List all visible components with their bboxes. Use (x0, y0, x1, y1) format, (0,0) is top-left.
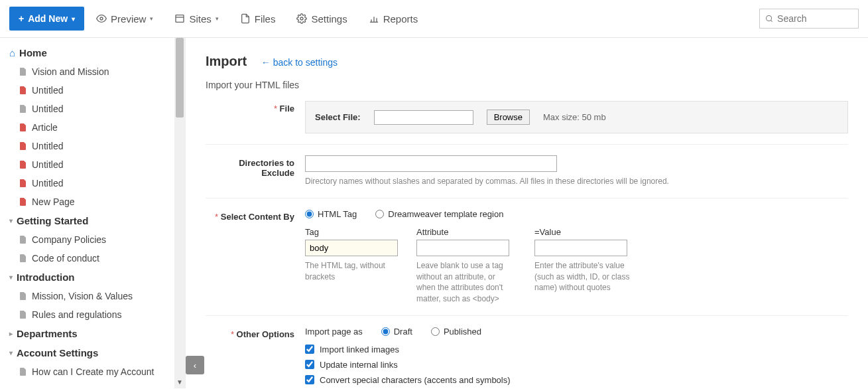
chevron-down-icon: ▾ (9, 349, 13, 356)
preview-label: Preview (111, 13, 146, 25)
sidebar-account-settings[interactable]: ▾ Account Settings (0, 343, 174, 362)
files-label: Files (255, 13, 276, 25)
sidebar-scrollbar[interactable]: ▼ (174, 38, 185, 388)
sidebar-item[interactable]: How can I Create my Account (0, 362, 174, 381)
chk-internal-links[interactable] (305, 360, 314, 369)
sidebar-item[interactable]: Mission, Vision & Values (0, 287, 174, 305)
search-input[interactable] (777, 13, 853, 24)
settings-button[interactable]: Settings (287, 8, 356, 30)
sidebar-item[interactable]: Code of conduct (0, 249, 174, 268)
collapse-sidebar-button[interactable]: ‹ (186, 356, 204, 374)
back-to-settings-link[interactable]: ← back to settings (261, 57, 338, 68)
file-select-panel: Select File: Browse Max size: 50 mb (305, 101, 848, 133)
sidebar-item[interactable]: Vision and Mission (0, 62, 174, 81)
sidebar-item[interactable]: Untitled (0, 100, 174, 118)
sidebar-intro-label: Introduction (17, 272, 74, 283)
preview-button[interactable]: Preview ▾ (87, 8, 162, 30)
tag-help: The HTML tag, without brackets (305, 260, 398, 283)
add-new-label: Add New (28, 13, 68, 24)
sidebar-item[interactable]: Untitled (0, 174, 174, 193)
sidebar-item[interactable]: Article (0, 118, 174, 137)
tag-label: Tag (305, 227, 398, 237)
radio-html-tag[interactable]: HTML Tag (305, 209, 357, 219)
sidebar-item[interactable]: Untitled (0, 81, 174, 100)
sidebar-item-label: Mission, Vision & Values (32, 291, 133, 301)
svg-point-8 (767, 15, 772, 21)
directories-exclude-input[interactable] (305, 155, 557, 172)
attr-help: Leave blank to use a tag without an attr… (416, 260, 516, 305)
file-icon (20, 68, 27, 76)
radio-dreamweaver[interactable]: Dreamweaver template region (375, 209, 503, 219)
sites-button[interactable]: Sites ▾ (165, 8, 227, 30)
sidebar-item[interactable]: New Page (0, 193, 174, 211)
file-icon (20, 198, 27, 206)
sidebar-item-label: How can I Create my Account (32, 366, 154, 377)
import-as-label: Import page as (305, 327, 363, 337)
value-label: =Value (534, 227, 634, 237)
page-title: Import (206, 54, 247, 69)
file-icon (20, 161, 27, 169)
file-icon (20, 254, 27, 262)
file-path-input[interactable] (374, 110, 473, 125)
sidebar-item[interactable]: Rules and regulations (0, 305, 174, 324)
browse-button[interactable]: Browse (487, 110, 530, 125)
svg-rect-1 (176, 15, 184, 23)
settings-label: Settings (311, 13, 347, 25)
sidebar-home[interactable]: ⌂ Home (0, 43, 174, 62)
sidebar-item[interactable]: Company Policies (0, 230, 174, 249)
sidebar-as-label: Account Settings (17, 347, 98, 358)
reports-label: Reports (383, 13, 418, 25)
sidebar-item[interactable]: Untitled (0, 137, 174, 155)
sidebar-item-label: Article (32, 122, 58, 133)
attribute-label: Attribute (416, 227, 516, 237)
value-help: Enter the attribute's value (such as wid… (534, 260, 634, 293)
files-button[interactable]: Files (231, 8, 285, 30)
select-content-label: Select Content By (221, 212, 294, 222)
dirs-label: Directories to Exclude (239, 158, 294, 178)
scroll-down-icon[interactable]: ▼ (176, 378, 183, 386)
chevron-down-icon: ▾ (9, 273, 13, 281)
chk-linked-images[interactable] (305, 345, 314, 354)
sidebar-item-label: Vision and Mission (32, 66, 109, 77)
add-new-button[interactable]: + Add New ▾ (9, 7, 84, 31)
file-icon (20, 311, 27, 319)
search-box[interactable] (759, 9, 859, 29)
scrollbar-thumb[interactable] (176, 38, 184, 117)
radio-draft[interactable]: Draft (381, 327, 412, 337)
file-icon (20, 292, 27, 300)
sites-label: Sites (189, 13, 211, 25)
file-icon (20, 142, 27, 150)
chevron-left-icon: ‹ (194, 360, 196, 370)
sidebar-getting-started[interactable]: ▾ Getting Started (0, 211, 174, 230)
file-icon (20, 86, 27, 94)
caret-down-icon: ▾ (216, 15, 219, 22)
chevron-right-icon: ▸ (9, 330, 13, 337)
file-icon (20, 105, 27, 113)
chevron-down-icon: ▾ (9, 217, 13, 224)
sidebar-gs-label: Getting Started (17, 215, 88, 226)
sidebar-item-label: Code of conduct (32, 253, 99, 264)
chk-convert-chars[interactable] (305, 375, 314, 384)
sidebar-item-label: Company Policies (32, 234, 106, 245)
eye-icon (96, 13, 107, 24)
gear-icon (296, 13, 307, 24)
sidebar-introduction[interactable]: ▾ Introduction (0, 268, 174, 287)
select-file-label: Select File: (315, 112, 361, 122)
attribute-input[interactable] (416, 240, 509, 256)
max-size-hint: Max size: 50 mb (543, 112, 606, 122)
sidebar: ⌂ Home Vision and MissionUntitledUntitle… (0, 38, 174, 388)
sidebar-dept-label: Departments (17, 328, 78, 339)
top-toolbar: + Add New ▾ Preview ▾ Sites ▾ Files Sett… (0, 0, 868, 38)
caret-down-icon: ▾ (72, 15, 75, 23)
reports-button[interactable]: Reports (359, 8, 428, 30)
radio-published[interactable]: Published (431, 327, 481, 337)
tag-input[interactable] (305, 240, 398, 256)
sidebar-departments[interactable]: ▸ Departments (0, 324, 174, 343)
dirs-help: Directory names without slashes and sepa… (305, 176, 848, 187)
sidebar-item-label: New Page (32, 196, 75, 207)
sidebar-item[interactable]: Untitled (0, 155, 174, 174)
file-icon (20, 236, 27, 244)
sidebar-item-label: Untitled (32, 178, 63, 189)
value-input[interactable] (534, 240, 627, 256)
window-icon (174, 13, 185, 24)
